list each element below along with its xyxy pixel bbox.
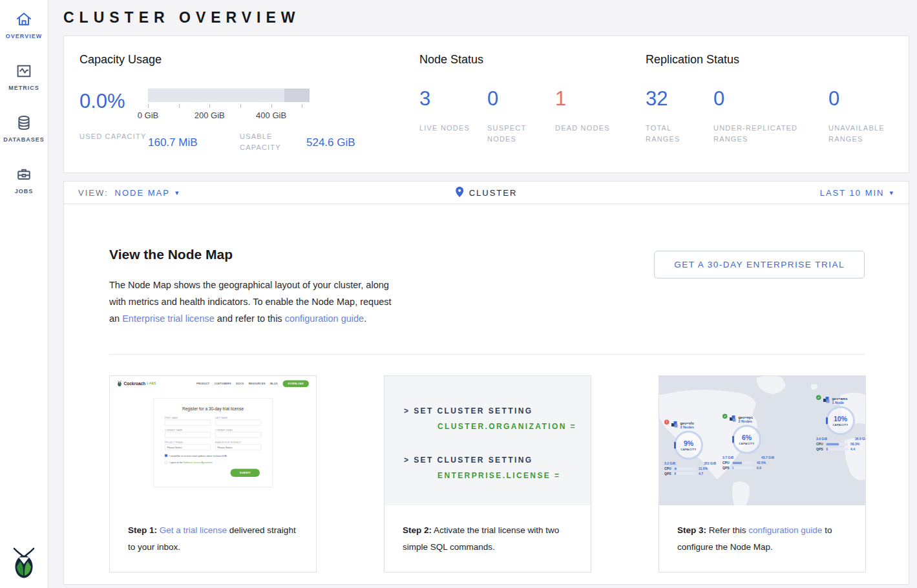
sidebar-item-databases[interactable]: DATABASES — [0, 114, 48, 165]
submit-button: SUBMIT — [231, 469, 260, 478]
field-label: PROJECT PHASE — [165, 441, 211, 443]
node-status-title: Node Status — [419, 53, 646, 67]
brand-suffix: LABS — [147, 382, 156, 385]
capacity-usage-title: Capacity Usage — [79, 53, 419, 67]
cluster-summary-panel: Capacity Usage 0.0% 0 GiB 200 GiB 400 Gi… — [63, 36, 909, 173]
enterprise-trial-button[interactable]: GET A 30-DAY ENTERPRISE TRIAL — [654, 251, 865, 278]
sidebar-item-jobs[interactable]: JOBS — [0, 165, 48, 217]
ok-badge-icon: ✓ — [722, 414, 728, 419]
node-map-panel: View the Node Map The Node Map shows the… — [63, 204, 909, 585]
page-title: CLUSTER OVERVIEW — [63, 9, 909, 26]
step-label: Step 2: — [403, 525, 432, 535]
description-text: . — [364, 313, 366, 324]
sidebar-item-label: METRICS — [8, 85, 39, 91]
gauge-tick-label: 0 GiB — [138, 110, 159, 120]
cockroach-bug-icon — [117, 381, 122, 387]
used-capacity-label: USED CAPACITY — [79, 131, 148, 142]
live-nodes-stat: 3 LIVE NODES — [419, 89, 487, 145]
step-text: Refer this — [706, 525, 748, 535]
nav-item: DOCS — [236, 382, 244, 385]
capacity-gauge-bar — [148, 89, 310, 102]
field-label: COMPANY NAME — [165, 429, 211, 431]
get-trial-license-link[interactable]: Get a trial license — [160, 525, 227, 535]
metrics-icon — [15, 62, 33, 80]
select-input: Please Select — [215, 445, 261, 450]
suspect-nodes-value: 0 — [487, 89, 555, 109]
field-label: COMPANY EMAIL — [215, 429, 261, 431]
checkbox-label: I would like to receive email updates ab… — [169, 454, 227, 457]
brand-name: Cockroach — [124, 381, 146, 386]
capacity-gauge-ticks — [148, 104, 310, 109]
map-node-ams: ✓ geo=ams 1 Node — [816, 397, 865, 452]
node-count: 2 Nodes — [739, 419, 753, 424]
sidebar-item-label: OVERVIEW — [6, 33, 42, 39]
under-replicated-ranges-value: 0 — [713, 89, 828, 109]
sql-commands-preview: > SET CLUSTER SETTING CLUSTER.ORGANIZATI… — [385, 376, 591, 505]
capacity-usage-section: Capacity Usage 0.0% 0 GiB 200 GiB 400 Gi… — [79, 53, 419, 153]
used-capacity-value: 160.7 MiB — [148, 131, 240, 149]
node-cubes-icon — [671, 421, 678, 428]
form-title: Register for a 30-day trial license — [165, 406, 261, 412]
capacity-ring: 9% CAPACITY — [674, 431, 703, 460]
step-1-caption: Step 1: Get a trial license delivered st… — [110, 505, 316, 572]
unavailable-ranges-value: 0 — [828, 89, 917, 109]
step-2-card: > SET CLUSTER SETTING CLUSTER.ORGANIZATI… — [384, 375, 591, 572]
step-3-card: ! geo=sfo 2 Nodes — [659, 375, 866, 572]
configuration-guide-link[interactable]: configuration guide — [285, 313, 364, 324]
nav-item: RESOURCES — [249, 382, 266, 385]
breadcrumb: CLUSTER — [456, 187, 518, 199]
configuration-guide-link[interactable]: configuration guide — [748, 525, 822, 535]
replication-status-section: Replication Status 32 TOTAL RANGES 0 UND… — [646, 53, 917, 153]
time-range-value: LAST 10 MIN — [820, 188, 885, 198]
sidebar: OVERVIEW METRICS DATABASES — [0, 0, 48, 588]
suspect-nodes-stat: 0 SUSPECT NODES — [487, 89, 555, 145]
checkbox-unchecked — [165, 461, 167, 464]
unavailable-ranges-stat: 0 UNAVAILABLE RANGES — [828, 89, 917, 145]
main-content: CLUSTER OVERVIEW Capacity Usage 0.0% 0 G… — [48, 0, 917, 585]
alert-badge-icon: ! — [664, 420, 669, 425]
capacity-gauge-nonusable-segment — [284, 89, 310, 102]
checkbox-checked — [165, 454, 167, 457]
sidebar-item-metrics[interactable]: METRICS — [0, 62, 48, 114]
dead-nodes-value: 1 — [555, 89, 623, 109]
chevron-down-icon: ▾ — [175, 189, 180, 197]
time-range-dropdown[interactable]: LAST 10 MIN ▾ — [820, 188, 894, 198]
view-bar: VIEW: NODE MAP ▾ CLUSTER LAST 10 MIN ▾ — [63, 181, 909, 204]
text-input — [215, 420, 261, 426]
node-cubes-icon — [730, 415, 736, 422]
trial-register-form: Register for a 30-day trial license FIRS… — [154, 398, 273, 487]
enterprise-trial-license-link[interactable]: Enterprise trial license — [122, 313, 215, 324]
text-input — [165, 432, 211, 438]
home-icon — [15, 10, 33, 28]
unavailable-ranges-label: UNAVAILABLE RANGES — [828, 123, 900, 145]
step-label: Step 3: — [677, 525, 706, 535]
breadcrumb-cluster: CLUSTER — [469, 188, 518, 198]
view-selector-dropdown[interactable]: NODE MAP ▾ — [115, 188, 180, 198]
live-nodes-label: LIVE NODES — [419, 123, 479, 134]
node-status-section: Node Status 3 LIVE NODES 0 SUSPECT NODES… — [419, 53, 646, 153]
nav-item: BLOG — [270, 382, 278, 385]
select-input: Please Select — [165, 445, 211, 450]
nav-item: CUSTOMERS — [215, 382, 231, 385]
node-count: 1 Node — [832, 401, 848, 405]
sidebar-item-label: DATABASES — [3, 136, 45, 143]
live-nodes-value: 3 — [419, 89, 487, 109]
field-label: REASON FOR INTEREST — [215, 441, 261, 443]
mini-site-nav: PRODUCT CUSTOMERS DOCS RESOURCES BLOG DO… — [196, 380, 309, 387]
database-icon — [15, 114, 33, 132]
step-2-caption: Step 2: Activate the trial license with … — [385, 505, 591, 572]
capacity-percent: 0.0% — [79, 89, 148, 111]
field-label: LAST NAME — [215, 417, 261, 419]
trial-license-site-preview: Cockroach LABS PRODUCT CUSTOMERS DOCS RE… — [110, 376, 316, 505]
under-replicated-ranges-label: UNDER-REPLICATED RANGES — [713, 123, 817, 145]
view-selector-value: NODE MAP — [115, 188, 170, 198]
field-label: FIRST NAME — [165, 417, 211, 419]
section-divider — [109, 354, 865, 355]
suspect-nodes-label: SUSPECT NODES — [487, 123, 547, 145]
node-map-description: The Node Map shows the geographical layo… — [109, 277, 401, 327]
total-ranges-stat: 32 TOTAL RANGES — [646, 89, 713, 145]
sidebar-item-overview[interactable]: OVERVIEW — [0, 10, 48, 62]
briefcase-icon — [15, 165, 33, 184]
capacity-ring: 10% CAPACITY — [826, 406, 855, 436]
replication-status-title: Replication Status — [646, 53, 917, 67]
